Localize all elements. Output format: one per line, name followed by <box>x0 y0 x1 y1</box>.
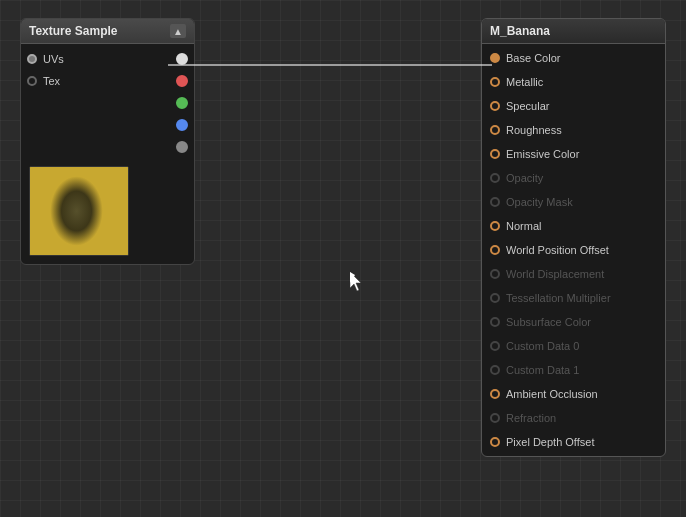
mat-pin-dot-custom-data-1 <box>490 365 500 375</box>
mat-pin-row-subsurface-color[interactable]: Subsurface Color <box>482 310 665 334</box>
mat-pin-label-custom-data-1: Custom Data 1 <box>506 364 579 376</box>
texture-node-pins: UVs Tex <box>21 44 194 162</box>
mat-pin-row-ambient-occlusion[interactable]: Ambient Occlusion <box>482 382 665 406</box>
pin-row-g <box>21 92 194 114</box>
pin-row-uvs: UVs <box>21 48 194 70</box>
mat-pin-label-refraction: Refraction <box>506 412 556 424</box>
texture-node-collapse-button[interactable]: ▲ <box>170 24 186 38</box>
mat-pin-label-custom-data-0: Custom Data 0 <box>506 340 579 352</box>
pin-row-tex: Tex <box>21 70 194 92</box>
mat-pin-row-metallic[interactable]: Metallic <box>482 70 665 94</box>
pin-dot-r-right <box>176 75 188 87</box>
mat-pin-label-subsurface-color: Subsurface Color <box>506 316 591 328</box>
mat-pin-row-refraction[interactable]: Refraction <box>482 406 665 430</box>
pin-row-a <box>21 136 194 158</box>
pin-dot-uvs-left <box>27 54 37 64</box>
mat-pin-dot-emissive-color <box>490 149 500 159</box>
mat-pin-label-opacity: Opacity <box>506 172 543 184</box>
pin-dot-tex-left <box>27 76 37 86</box>
mat-pin-label-pixel-depth-offset: Pixel Depth Offset <box>506 436 594 448</box>
mat-pin-row-specular[interactable]: Specular <box>482 94 665 118</box>
material-pin-list: Base Color Metallic Specular Roughness E… <box>482 44 665 456</box>
mat-pin-label-roughness: Roughness <box>506 124 562 136</box>
mat-pin-dot-world-displacement <box>490 269 500 279</box>
mat-pin-dot-metallic <box>490 77 500 87</box>
pin-label-uvs: UVs <box>43 53 176 65</box>
texture-node-header[interactable]: Texture Sample ▲ <box>21 19 194 44</box>
texture-sample-node: Texture Sample ▲ UVs Tex <box>20 18 195 265</box>
mat-pin-row-opacity-mask[interactable]: Opacity Mask <box>482 190 665 214</box>
mat-pin-label-normal: Normal <box>506 220 541 232</box>
mat-pin-dot-roughness <box>490 125 500 135</box>
mat-pin-label-base-color: Base Color <box>506 52 560 64</box>
mat-pin-row-normal[interactable]: Normal <box>482 214 665 238</box>
mat-pin-dot-custom-data-0 <box>490 341 500 351</box>
mat-pin-dot-opacity-mask <box>490 197 500 207</box>
mat-pin-label-metallic: Metallic <box>506 76 543 88</box>
mat-pin-row-pixel-depth-offset[interactable]: Pixel Depth Offset <box>482 430 665 454</box>
pin-label-tex: Tex <box>43 75 176 87</box>
mat-pin-row-world-position-offset[interactable]: World Position Offset <box>482 238 665 262</box>
mat-pin-row-base-color[interactable]: Base Color <box>482 46 665 70</box>
mat-pin-row-opacity[interactable]: Opacity <box>482 166 665 190</box>
mat-pin-label-opacity-mask: Opacity Mask <box>506 196 573 208</box>
mat-pin-row-emissive-color[interactable]: Emissive Color <box>482 142 665 166</box>
mat-pin-row-custom-data-1[interactable]: Custom Data 1 <box>482 358 665 382</box>
mat-pin-label-specular: Specular <box>506 100 549 112</box>
texture-node-title: Texture Sample <box>29 24 117 38</box>
mat-pin-row-custom-data-0[interactable]: Custom Data 0 <box>482 334 665 358</box>
pin-row-b <box>21 114 194 136</box>
pin-dot-a-right <box>176 141 188 153</box>
mat-pin-dot-base-color <box>490 53 500 63</box>
texture-preview <box>29 166 129 256</box>
mat-pin-row-tessellation-multiplier[interactable]: Tessellation Multiplier <box>482 286 665 310</box>
mat-pin-dot-pixel-depth-offset <box>490 437 500 447</box>
mat-pin-dot-tessellation-multiplier <box>490 293 500 303</box>
banana-texture-image <box>30 167 128 255</box>
pin-dot-g-right <box>176 97 188 109</box>
pin-dot-rgba-right <box>176 53 188 65</box>
mat-pin-dot-opacity <box>490 173 500 183</box>
mat-pin-dot-world-position-offset <box>490 245 500 255</box>
mat-pin-dot-ambient-occlusion <box>490 389 500 399</box>
mat-pin-label-tessellation-multiplier: Tessellation Multiplier <box>506 292 611 304</box>
mat-pin-label-world-displacement: World Displacement <box>506 268 604 280</box>
mat-pin-label-ambient-occlusion: Ambient Occlusion <box>506 388 598 400</box>
material-node-header[interactable]: M_Banana <box>482 19 665 44</box>
mat-pin-dot-normal <box>490 221 500 231</box>
mat-pin-label-emissive-color: Emissive Color <box>506 148 579 160</box>
material-node-title: M_Banana <box>490 24 550 38</box>
material-node: M_Banana Base Color Metallic Specular Ro… <box>481 18 666 457</box>
mat-pin-dot-subsurface-color <box>490 317 500 327</box>
pin-dot-b-right <box>176 119 188 131</box>
mat-pin-dot-refraction <box>490 413 500 423</box>
mat-pin-row-world-displacement[interactable]: World Displacement <box>482 262 665 286</box>
mat-pin-row-roughness[interactable]: Roughness <box>482 118 665 142</box>
mat-pin-label-world-position-offset: World Position Offset <box>506 244 609 256</box>
mat-pin-dot-specular <box>490 101 500 111</box>
